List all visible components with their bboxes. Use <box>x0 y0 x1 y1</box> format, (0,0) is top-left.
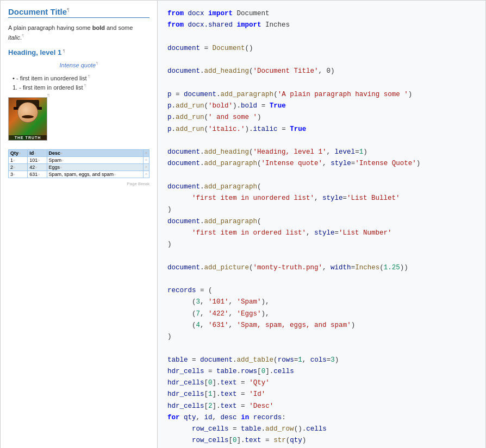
table-row: 3¤ 631¤ Spam, spam, eggs, and spam¤ ¤ <box>9 171 149 178</box>
cell-edit-1: ¤ <box>144 156 149 163</box>
kw-in: in <box>241 414 249 421</box>
paren-2: ( <box>249 67 253 75</box>
num-125: 1.25 <box>384 264 400 272</box>
kw-import-1: import <box>208 10 233 17</box>
paren-8: ) <box>257 113 261 121</box>
paren-5: ( <box>204 102 209 110</box>
str-631: '631' <box>208 321 229 329</box>
attr-style-3: style <box>314 229 335 237</box>
num-0-b: 0 <box>233 437 237 444</box>
comma-5: , <box>306 229 314 237</box>
face-shape <box>17 102 38 123</box>
kw-true-1: True <box>270 102 286 110</box>
cell-desc-3: Spam, spam, eggs, and spam¤ <box>47 171 144 178</box>
var-qty: qty <box>184 414 196 421</box>
intense-quote: Intense quote¶ <box>8 61 149 68</box>
fn-inches: Inches <box>355 264 379 272</box>
num-idx-0: 0 <box>261 368 266 375</box>
str-eggs: 'Eggs' <box>237 310 261 318</box>
fn-add-heading-2: add_heading <box>204 148 250 156</box>
bracket-8: ]. <box>213 402 221 410</box>
str-italic: 'italic.' <box>208 125 245 133</box>
fn-add-para: add_paragraph <box>221 91 274 98</box>
op-assign-table: = <box>192 356 196 364</box>
fn-add-run-bold: add_run <box>176 102 204 110</box>
paren-30: ( <box>273 356 278 364</box>
para-plain-text: A plain paragraph having some <box>8 24 92 31</box>
num-2-a: 2 <box>208 402 213 410</box>
monty-truth-image: THE TRUTH <box>8 97 47 141</box>
colon-1: : <box>282 414 286 421</box>
fn-add-picture: add_picture <box>204 264 250 272</box>
op-assign-records: = <box>200 287 204 294</box>
ordered-item-text: 1. - first item in ordered list <box>13 84 83 91</box>
heading1-edit: ¶ <box>61 48 65 53</box>
paren-25: ( <box>192 310 196 318</box>
attr-rows: rows <box>241 368 257 375</box>
bracket-2: ]. <box>265 368 273 375</box>
dot-1: . <box>200 67 204 75</box>
fn-add-table: add_table <box>237 356 274 364</box>
bullet-list-item: • - first item in unordered list ¶ <box>8 74 149 81</box>
comma-2: , <box>327 148 335 156</box>
paren-12: ) <box>363 148 367 156</box>
mod-docx-shared: docx.shared <box>188 21 233 29</box>
fn-add-row: add_row <box>265 425 294 433</box>
image-label: THE TRUTH <box>9 135 47 140</box>
comma-8: , <box>229 298 237 306</box>
op-assign-p: = <box>176 91 180 98</box>
paren-15: ( <box>257 183 261 191</box>
cell-edit-3: ¤ <box>144 171 149 178</box>
paren-20: ( <box>379 264 384 272</box>
cell-desc-1: Spam¤ <box>47 156 144 163</box>
paren-13: ( <box>257 160 261 167</box>
op-assign-1: = <box>204 45 209 52</box>
bracket-10: ]. <box>237 437 245 444</box>
comma-13: , <box>302 356 310 364</box>
attr-rows: rows <box>278 356 294 364</box>
op-eq-5: = <box>351 264 356 272</box>
var-table-2: table <box>216 368 237 375</box>
dot-4: . <box>172 113 176 121</box>
kw-from-1: from <box>167 10 184 17</box>
fn-str: str <box>273 437 286 444</box>
mustache-shape <box>22 115 34 118</box>
paren-6: ). <box>233 102 241 110</box>
comma-6: , <box>322 264 331 272</box>
kw-true-2: True <box>290 125 306 133</box>
str-bold: 'bold' <box>208 102 233 110</box>
cell-qty-3: 3¤ <box>9 171 28 178</box>
paren-19: ( <box>249 264 253 272</box>
var-records-2: records <box>253 414 282 421</box>
fn-document: Document <box>213 45 245 52</box>
var-row-cells: row_cells <box>192 425 229 433</box>
str-list-bullet: 'List Bullet' <box>347 194 400 202</box>
paren-18: ) <box>167 241 172 248</box>
comma-11: , <box>200 321 208 329</box>
var-row-0: row_cells <box>192 437 229 444</box>
dot-13: . <box>261 425 266 433</box>
op-eq-9: = <box>241 390 245 398</box>
paren-28: ) <box>351 321 356 329</box>
comma-12: , <box>229 321 237 329</box>
heading-level1: Heading, level 1 ¶ <box>8 48 149 56</box>
comma-4: , <box>314 194 322 202</box>
comma-10: , <box>229 310 237 318</box>
paren-1: () <box>245 45 253 52</box>
str-spam-long: 'Spam, spam, eggs, and spam' <box>237 321 351 329</box>
attr-text-1: text <box>221 379 237 387</box>
paren-27: ( <box>192 321 196 329</box>
intense-quote-text: Intense quote <box>60 62 96 68</box>
para-mid-text: and some <box>105 24 133 31</box>
str-plain-para: 'A plain paragraph having some ' <box>278 91 408 98</box>
comma-14: , <box>196 414 204 421</box>
class-document: Document <box>237 10 270 17</box>
table-header-qty: Qty¤ <box>9 149 28 156</box>
num-4: 4 <box>196 321 201 329</box>
op-assign-bold: = <box>261 102 266 110</box>
ordered-list-item: 1. - first item in ordered list ¶ <box>8 83 149 91</box>
bracket-4: ]. <box>213 379 221 387</box>
cell-id-1: 101¤ <box>28 156 47 163</box>
var-document: document <box>167 45 200 52</box>
para-bold-text: bold <box>92 24 105 31</box>
